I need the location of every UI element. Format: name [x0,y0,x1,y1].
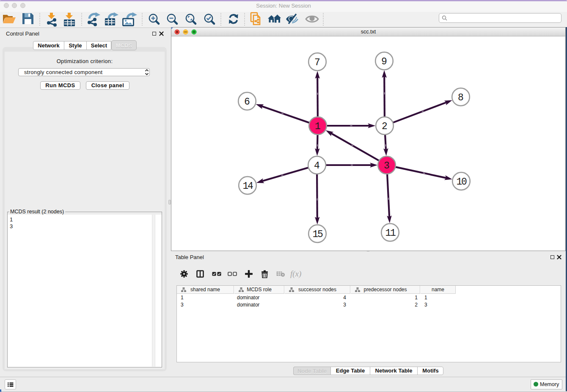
svg-text:8: 8 [458,92,464,103]
svg-text:15: 15 [312,229,323,240]
svg-text:4: 4 [314,160,320,171]
svg-text:1: 1 [315,121,321,132]
svg-text:7: 7 [314,57,320,68]
svg-text:6: 6 [244,97,250,108]
svg-text:14: 14 [242,181,253,192]
svg-text:10: 10 [456,177,467,188]
svg-text:3: 3 [384,160,390,171]
svg-text:11: 11 [385,228,396,239]
svg-text:2: 2 [382,121,388,132]
svg-text:9: 9 [381,56,387,67]
